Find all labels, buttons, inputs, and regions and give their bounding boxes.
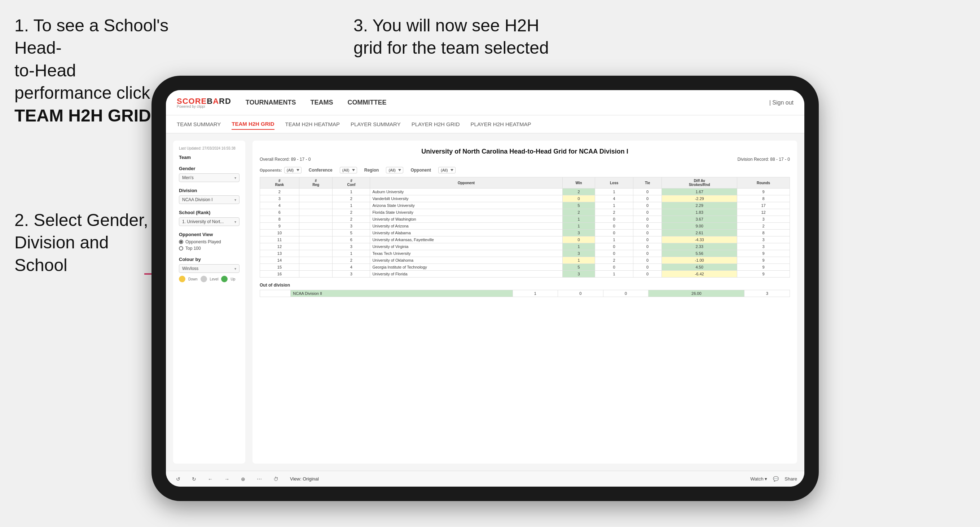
cell-loss: 1: [595, 189, 633, 195]
school-select[interactable]: 1. University of Nort...: [179, 217, 240, 226]
cell-reg: [299, 202, 332, 209]
team-label: Team: [179, 155, 240, 160]
sub-nav-team-h2h-grid[interactable]: TEAM H2H GRID: [232, 119, 274, 130]
sub-nav-player-summary[interactable]: PLAYER SUMMARY: [351, 119, 401, 129]
radio-dot-top100: [179, 246, 183, 251]
table-row: 13 1 Texas Tech University 3 0 0 5.56 9: [260, 250, 790, 257]
nav-teams[interactable]: TEAMS: [310, 96, 333, 109]
cell-rounds: 17: [737, 202, 790, 209]
cell-diff: -2.29: [662, 195, 737, 202]
cell-rank: 15: [260, 264, 299, 271]
col-rounds: Rounds: [737, 177, 790, 189]
cell-reg: [299, 264, 332, 271]
table-row: 14 2 University of Oklahoma 1 2 0 -1.00 …: [260, 257, 790, 264]
cell-conf: 1: [332, 250, 370, 257]
cell-diff: 2.29: [662, 202, 737, 209]
cell-rank: 13: [260, 250, 299, 257]
cell-rank: 3: [260, 195, 299, 202]
table-row: 4 1 Arizona State University 5 1 0 2.29 …: [260, 202, 790, 209]
out-of-division-header: Out of division: [260, 283, 790, 288]
cell-rounds: 8: [737, 195, 790, 202]
colour-by-select[interactable]: Win/loss: [179, 264, 240, 273]
conference-filter-select[interactable]: (All): [340, 167, 357, 173]
cell-conf: 2: [332, 209, 370, 216]
more-button[interactable]: ⋯: [254, 475, 265, 483]
share-button[interactable]: Share: [784, 476, 797, 482]
conference-filter: (All): [340, 167, 357, 173]
cell-rounds: 12: [737, 209, 790, 216]
sub-nav-player-h2h-grid[interactable]: PLAYER H2H GRID: [412, 119, 460, 129]
region-filter-select[interactable]: (All): [386, 167, 403, 173]
gender-section: Gender Men's: [179, 166, 240, 182]
cell-reg: [299, 257, 332, 264]
ood-diff: 26.00: [649, 290, 745, 297]
cell-tie: 0: [633, 223, 662, 230]
cell-reg: [299, 237, 332, 243]
back-button[interactable]: ←: [205, 475, 216, 483]
nav-tournaments[interactable]: TOURNAMENTS: [246, 96, 296, 109]
watch-button[interactable]: Watch ▾: [750, 476, 767, 482]
h2h-table: #Rank #Reg #Conf Opponent Win Loss Tie D…: [260, 177, 790, 278]
cell-loss: 2: [595, 209, 633, 216]
cell-win: 2: [562, 209, 595, 216]
cell-diff: -4.33: [662, 237, 737, 243]
opponents-filter: Opponents: (All): [260, 167, 302, 173]
bottom-toolbar: ↺ ↻ ← → ⊕ ⋯ ⏱ View: Original Watch ▾ 💬 S…: [166, 471, 804, 487]
table-header-row: #Rank #Reg #Conf Opponent Win Loss Tie D…: [260, 177, 790, 189]
redo-button[interactable]: ↻: [189, 475, 199, 483]
forward-button[interactable]: →: [221, 475, 232, 483]
cell-win: 1: [562, 257, 595, 264]
cell-rounds: 9: [737, 264, 790, 271]
cell-conf: 2: [332, 195, 370, 202]
cell-rounds: 8: [737, 230, 790, 237]
sub-nav: TEAM SUMMARY TEAM H2H GRID TEAM H2H HEAT…: [166, 115, 804, 133]
sub-nav-team-summary[interactable]: TEAM SUMMARY: [177, 119, 221, 129]
table-row: 15 4 Georgia Institute of Technology 5 0…: [260, 264, 790, 271]
comment-button[interactable]: 💬: [773, 476, 779, 482]
opponent-filter: (All): [438, 167, 455, 173]
cell-reg: [299, 250, 332, 257]
cell-tie: 0: [633, 195, 662, 202]
cell-rank: 6: [260, 209, 299, 216]
cell-reg: [299, 243, 332, 250]
cell-conf: 6: [332, 237, 370, 243]
colour-by-section: Colour by Win/loss Down Level Up: [179, 257, 240, 282]
cell-opponent: University of Oklahoma: [370, 257, 562, 264]
grid-title: University of North Carolina Head-to-Hea…: [260, 148, 790, 156]
cell-opponent: University of Arkansas, Fayetteville: [370, 237, 562, 243]
school-section: School (Rank) 1. University of Nort...: [179, 210, 240, 226]
cell-rank: 16: [260, 271, 299, 278]
sidebar: Last Updated: 27/03/2024 16:55:38 Team G…: [173, 141, 245, 464]
cell-tie: 0: [633, 230, 662, 237]
cell-loss: 0: [595, 216, 633, 223]
table-row: 9 3 University of Arizona 1 0 0 9.00 2: [260, 223, 790, 230]
radio-top100[interactable]: Top 100: [179, 246, 240, 251]
region-section-title: Region: [364, 168, 379, 173]
sign-out-button[interactable]: | Sign out: [769, 100, 794, 106]
gender-label: Gender: [179, 166, 240, 171]
cell-win: 1: [562, 216, 595, 223]
opponent-section-title: Opponent: [410, 168, 431, 173]
table-body: 2 1 Auburn University 2 1 0 1.67 9 3 2 V…: [260, 189, 790, 278]
division-section: Division NCAA Division I: [179, 188, 240, 204]
cell-tie: 0: [633, 216, 662, 223]
nav-items: TOURNAMENTS TEAMS COMMITTEE: [246, 96, 769, 109]
opponent-filter-select[interactable]: (All): [438, 167, 455, 173]
sub-nav-team-h2h-heatmap[interactable]: TEAM H2H HEATMAP: [285, 119, 340, 129]
table-row: 12 3 University of Virginia 1 0 0 2.33 3: [260, 243, 790, 250]
undo-button[interactable]: ↺: [173, 475, 183, 483]
gender-select[interactable]: Men's: [179, 173, 240, 182]
sub-nav-player-h2h-heatmap[interactable]: PLAYER H2H HEATMAP: [471, 119, 531, 129]
opponents-filter-select[interactable]: (All): [284, 167, 302, 173]
cell-reg: [299, 195, 332, 202]
timestamp: Last Updated: 27/03/2024 16:55:38: [179, 146, 240, 150]
cell-opponent: Texas Tech University: [370, 250, 562, 257]
radio-opponents-played[interactable]: Opponents Played: [179, 239, 240, 244]
cell-diff: 9.00: [662, 223, 737, 230]
clock-button[interactable]: ⏱: [270, 475, 282, 483]
cell-conf: 2: [332, 257, 370, 264]
nav-committee[interactable]: COMMITTEE: [347, 96, 386, 109]
zoom-button[interactable]: ⊕: [238, 475, 248, 483]
cell-loss: 1: [595, 202, 633, 209]
division-select[interactable]: NCAA Division I: [179, 195, 240, 204]
